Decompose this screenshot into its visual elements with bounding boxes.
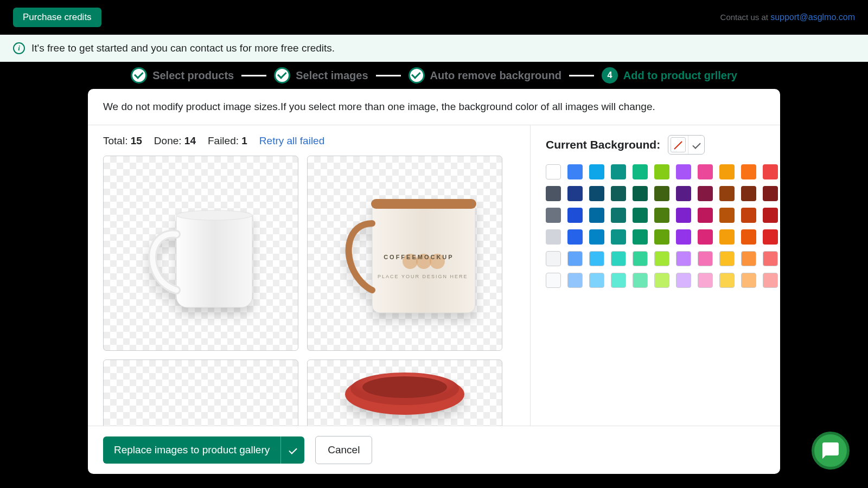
color-swatch[interactable] — [719, 229, 735, 245]
color-swatch[interactable] — [698, 251, 713, 266]
image-thumb[interactable] — [103, 359, 298, 426]
color-swatch[interactable] — [633, 251, 648, 266]
step-label: Add to product grllery — [623, 69, 737, 82]
image-thumb[interactable] — [103, 156, 298, 351]
color-swatch[interactable] — [589, 164, 604, 179]
color-swatch[interactable] — [567, 186, 583, 201]
color-swatch[interactable] — [633, 229, 648, 245]
color-swatch[interactable] — [589, 251, 604, 266]
failed-value: 1 — [241, 135, 247, 146]
color-swatch[interactable] — [611, 251, 626, 266]
done-value: 14 — [184, 135, 196, 146]
color-swatch[interactable] — [763, 229, 778, 245]
color-swatch[interactable] — [567, 273, 583, 288]
color-swatch[interactable] — [763, 251, 778, 266]
check-icon — [131, 67, 147, 84]
color-swatch[interactable] — [741, 251, 756, 266]
color-swatch[interactable] — [546, 164, 561, 179]
color-swatch[interactable] — [763, 208, 778, 223]
color-swatch[interactable] — [654, 186, 669, 201]
mug-image — [334, 364, 475, 426]
color-swatch[interactable] — [654, 251, 669, 266]
step-connector — [376, 75, 401, 76]
color-swatch[interactable] — [611, 273, 626, 288]
color-swatch[interactable] — [567, 164, 583, 179]
color-swatch[interactable] — [654, 229, 669, 245]
chat-fab[interactable] — [812, 432, 850, 470]
step-number-icon: 4 — [602, 67, 618, 84]
support-email-link[interactable]: support@asglmo.com — [770, 12, 855, 22]
color-swatch[interactable] — [654, 273, 669, 288]
step-label: Select images — [296, 69, 368, 82]
color-swatch[interactable] — [719, 251, 735, 266]
color-swatch[interactable] — [589, 208, 604, 223]
color-swatch[interactable] — [589, 273, 604, 288]
color-swatch[interactable] — [698, 164, 713, 179]
color-swatch[interactable] — [611, 208, 626, 223]
replace-split-button: Replace images to product gallery — [103, 436, 304, 464]
color-swatch[interactable] — [611, 186, 626, 201]
color-swatch[interactable] — [741, 208, 756, 223]
color-swatch[interactable] — [633, 186, 648, 201]
color-swatch[interactable] — [741, 186, 756, 201]
color-swatch[interactable] — [546, 229, 561, 245]
color-swatch[interactable] — [763, 164, 778, 179]
color-swatch[interactable] — [633, 164, 648, 179]
color-swatch[interactable] — [719, 186, 735, 201]
color-swatch[interactable] — [676, 229, 691, 245]
step-label: Select products — [152, 69, 234, 82]
svg-rect-2 — [371, 199, 476, 209]
color-swatch[interactable] — [589, 229, 604, 245]
stats-row: Total: 15 Done: 14 Failed: 1 Retry all f… — [103, 135, 515, 147]
color-swatch[interactable] — [763, 273, 778, 288]
color-swatch[interactable] — [676, 251, 691, 266]
color-swatch[interactable] — [546, 208, 561, 223]
color-swatch[interactable] — [741, 273, 756, 288]
color-swatch[interactable] — [719, 273, 735, 288]
color-swatch[interactable] — [546, 251, 561, 266]
color-swatch[interactable] — [567, 251, 583, 266]
color-swatch[interactable] — [654, 208, 669, 223]
color-swatch[interactable] — [676, 208, 691, 223]
color-swatch[interactable] — [698, 273, 713, 288]
color-swatch[interactable] — [741, 164, 756, 179]
replace-images-button[interactable]: Replace images to product gallery — [103, 436, 280, 464]
image-thumb[interactable]: COFFEEMOCKUP PLACE YOUR DESIGN HERE — [307, 156, 502, 351]
total-value: 15 — [131, 135, 142, 146]
color-swatch[interactable] — [567, 229, 583, 245]
color-swatch[interactable] — [589, 186, 604, 201]
replace-dropdown-button[interactable] — [280, 436, 304, 464]
color-swatch[interactable] — [698, 229, 713, 245]
color-swatch[interactable] — [633, 208, 648, 223]
stepper: Select products Select images Auto remov… — [0, 62, 868, 89]
color-swatch[interactable] — [698, 208, 713, 223]
current-bg-dropdown[interactable] — [668, 135, 705, 155]
chat-icon — [821, 441, 840, 460]
retry-all-link[interactable]: Retry all failed — [259, 135, 324, 147]
step-label: Auto remove background — [430, 69, 561, 82]
total-label: Total: — [103, 135, 131, 146]
color-swatch[interactable] — [611, 164, 626, 179]
color-swatch[interactable] — [654, 164, 669, 179]
color-swatch[interactable] — [763, 186, 778, 201]
image-thumb[interactable] — [307, 359, 502, 426]
info-banner: i It's free to get started and you can c… — [0, 35, 868, 62]
color-swatch[interactable] — [676, 273, 691, 288]
color-swatch[interactable] — [676, 186, 691, 201]
color-swatch[interactable] — [698, 186, 713, 201]
cancel-button[interactable]: Cancel — [315, 436, 372, 464]
contact-text: Contact us at support@asglmo.com — [720, 12, 855, 22]
color-swatch[interactable] — [546, 186, 561, 201]
color-swatch[interactable] — [567, 208, 583, 223]
color-swatch[interactable] — [546, 273, 561, 288]
svg-point-0 — [176, 210, 252, 220]
color-swatch[interactable] — [719, 164, 735, 179]
banner-text: It's free to get started and you can con… — [31, 42, 335, 54]
purchase-credits-button[interactable]: Purchase credits — [13, 8, 101, 27]
chevron-down-icon — [289, 446, 297, 454]
color-swatch[interactable] — [719, 208, 735, 223]
color-swatch[interactable] — [611, 229, 626, 245]
color-swatch[interactable] — [676, 164, 691, 179]
color-swatch[interactable] — [741, 229, 756, 245]
color-swatch[interactable] — [633, 273, 648, 288]
